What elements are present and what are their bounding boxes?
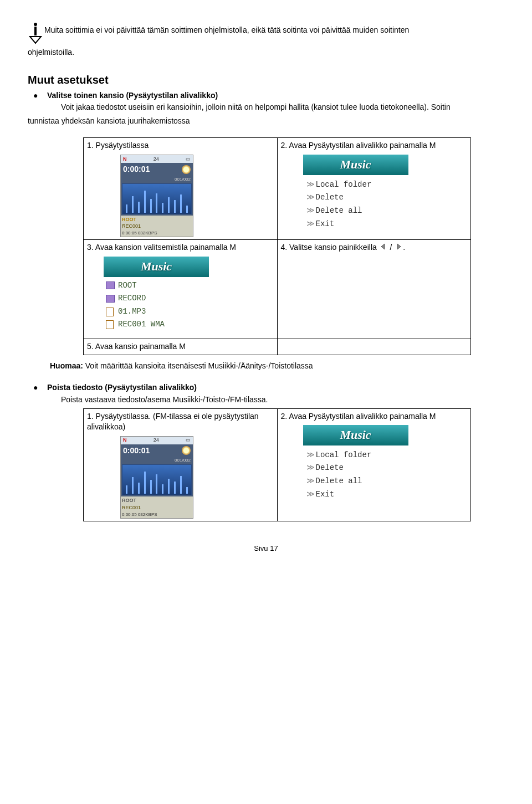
music-header: Music xyxy=(303,155,408,175)
player-n-2: N xyxy=(123,437,127,444)
menu-item-exit-2: ≫Exit xyxy=(306,488,408,501)
section1-para1: Voit jakaa tiedostot useisiin eri kansio… xyxy=(28,102,504,113)
note-line: Huomaa: Voit määrittää kansioita itsenäi… xyxy=(50,361,504,372)
player-24: 24 xyxy=(154,156,159,163)
music-submenu: Music ≫Local folder ≫Delete ≫Delete all … xyxy=(303,155,408,234)
prev-arrow-icon xyxy=(379,243,388,254)
equalizer-icon xyxy=(122,464,192,495)
player-rec: REC001 xyxy=(122,223,192,230)
folder-item-root: ROOT xyxy=(104,279,209,293)
note-text: Voit määrittää kansioita itsenäisesti Mu… xyxy=(83,361,313,370)
chevron-right-icon: ≫ xyxy=(306,477,315,485)
table-row: 3. Avaa kansion valitsemistila painamall… xyxy=(84,240,471,339)
player-counter: 001/002 xyxy=(121,176,193,182)
player-bitrate-2: 0:00:05 032KBPS xyxy=(122,511,192,518)
steps-table-1: 1. Pysäytystilassa N 24 ▭ 0:00:01 001/00… xyxy=(83,137,471,355)
music-submenu-2: Music ≫Local folder ≫Delete ≫Delete all … xyxy=(303,425,408,504)
folder-item-record: RECORD xyxy=(104,292,209,305)
chevron-right-icon: ≫ xyxy=(306,180,315,189)
step3-text: 3. Avaa kansion valitsemistila painamall… xyxy=(87,242,274,253)
menu-item-local-2: ≫Local folder xyxy=(306,449,408,462)
player-screenshot-2: N 24 ▭ 0:00:01 001/002 ROOT REC00 xyxy=(120,436,193,519)
exclamation-triangle-icon xyxy=(28,22,44,44)
music-header-2: Music xyxy=(104,257,209,277)
table-row: 1. Pysäytystilassa. (FM-tilassa ei ole p… xyxy=(84,408,471,521)
cell-3-2 xyxy=(277,339,471,355)
menu-item-local: ≫Local folder xyxy=(306,178,408,192)
svg-rect-1 xyxy=(34,27,37,35)
cell2-1-1: 1. Pysäytystilassa. (FM-tilassa ei ole p… xyxy=(84,408,278,521)
table-row: 5. Avaa kansio painamalla M xyxy=(84,339,471,355)
step5-text: 5. Avaa kansio painamalla M xyxy=(87,341,274,352)
bullet-dot-icon: ● xyxy=(28,90,47,101)
cell-2-1: 3. Avaa kansion valitsemistila painamall… xyxy=(84,240,278,339)
step4-text: 4. Valitse kansio painikkeilla / . xyxy=(281,242,468,253)
svg-point-0 xyxy=(34,23,37,26)
player-root-2: ROOT xyxy=(122,497,192,504)
folder-icon xyxy=(106,281,115,289)
chevron-right-icon: ≫ xyxy=(306,450,315,459)
file-icon xyxy=(106,320,114,329)
warning-text-line2: ohjelmistoilla. xyxy=(28,47,504,58)
file-item-mp3: 01.MP3 xyxy=(104,305,209,319)
folder-icon xyxy=(106,295,115,303)
bullet-heading-poista: Poista tiedosto (Pysäytystilan alivalikk… xyxy=(47,382,197,393)
player-counter-2: 001/002 xyxy=(121,457,193,463)
step1b-text: 1. Pysäytystilassa. (FM-tilassa ei ole p… xyxy=(87,411,274,433)
chevron-right-icon: ≫ xyxy=(306,219,315,228)
music-header-3: Music xyxy=(303,425,408,445)
player-time-2: 0:00:01 xyxy=(123,445,150,457)
chevron-right-icon: ≫ xyxy=(306,490,315,499)
warning-block: Muita soittimia ei voi päivittää tämän s… xyxy=(28,22,504,44)
cell-2-2: 4. Valitse kansio painikkeilla / . xyxy=(277,240,471,339)
bullet-dot-icon: ● xyxy=(28,382,47,393)
file-item-wma: REC001 WMA xyxy=(104,318,209,331)
section2-para: Poista vastaava tiedosto/asema Musiikki-… xyxy=(28,395,504,406)
menu-item-delete: ≫Delete xyxy=(306,191,408,204)
equalizer-icon xyxy=(122,183,192,214)
cell2-1-2: 2. Avaa Pysäytystilan alivalikko painama… xyxy=(277,408,471,521)
player-n: N xyxy=(123,156,127,163)
note-label: Huomaa: xyxy=(50,361,83,370)
player-rec-2: REC001 xyxy=(122,504,192,511)
menu-item-exit: ≫Exit xyxy=(306,218,408,231)
player-root: ROOT xyxy=(122,216,192,223)
table-row: 1. Pysäytystilassa N 24 ▭ 0:00:01 001/00… xyxy=(84,138,471,240)
player-time: 0:00:01 xyxy=(123,164,150,175)
disc-icon xyxy=(182,446,191,455)
menu-item-deleteall-2: ≫Delete all xyxy=(306,475,408,488)
menu-item-delete-2: ≫Delete xyxy=(306,462,408,475)
battery-icon: ▭ xyxy=(186,156,191,163)
player-24-2: 24 xyxy=(154,437,159,444)
bullet-valitse: ● Valitse toinen kansio (Pysäytystilan a… xyxy=(28,90,504,101)
file-icon xyxy=(106,308,114,316)
section-title-muut: Muut asetukset xyxy=(28,72,504,88)
cell-3-1: 5. Avaa kansio painamalla M xyxy=(84,339,278,355)
bullet-poista: ● Poista tiedosto (Pysäytystilan alivali… xyxy=(28,382,504,393)
player-bitrate: 0:00:05 032KBPS xyxy=(122,230,192,236)
chevron-right-icon: ≫ xyxy=(306,193,315,202)
disc-icon xyxy=(182,165,191,174)
battery-icon: ▭ xyxy=(186,437,191,444)
bullet-heading-valitse: Valitse toinen kansio (Pysäytystilan ali… xyxy=(47,90,218,101)
steps-table-2: 1. Pysäytystilassa. (FM-tilassa ei ole p… xyxy=(83,408,471,521)
warning-text-line1: Muita soittimia ei voi päivittää tämän s… xyxy=(44,22,409,36)
step2-text: 2. Avaa Pysäytystilan alivalikko painama… xyxy=(281,140,468,151)
menu-item-deleteall: ≫Delete all xyxy=(306,204,408,218)
chevron-right-icon: ≫ xyxy=(306,206,315,215)
step2b-text: 2. Avaa Pysäytystilan alivalikko painama… xyxy=(281,411,468,422)
step1-text: 1. Pysäytystilassa xyxy=(87,140,274,151)
folder-list-menu: Music ROOT RECORD 01.MP3 REC001 WMA xyxy=(104,257,209,334)
page-footer: Sivu 17 xyxy=(28,544,504,554)
next-arrow-icon xyxy=(394,243,403,254)
player-screenshot: N 24 ▭ 0:00:01 001/002 ROOT REC00 xyxy=(120,155,193,237)
cell-1-2: 2. Avaa Pysäytystilan alivalikko painama… xyxy=(277,138,471,240)
cell-1-1: 1. Pysäytystilassa N 24 ▭ 0:00:01 001/00… xyxy=(84,138,278,240)
section1-para2: tunnistaa yhdeksän kansiota juurihakemis… xyxy=(28,116,504,127)
chevron-right-icon: ≫ xyxy=(306,463,315,472)
